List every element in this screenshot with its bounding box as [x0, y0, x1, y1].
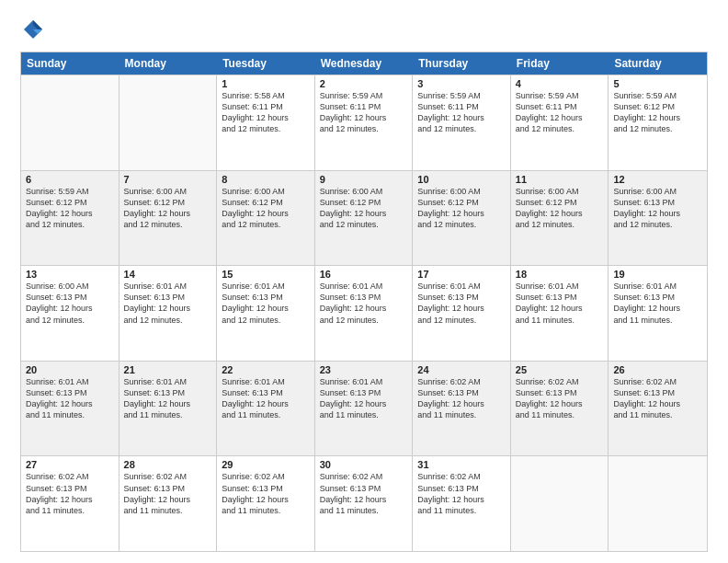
day-number: 8 — [222, 174, 310, 185]
day-cell-15: 15Sunrise: 6:01 AM Sunset: 6:13 PM Dayli… — [217, 266, 315, 361]
day-number: 25 — [516, 364, 604, 375]
logo-icon — [20, 17, 46, 42]
day-info: Sunrise: 6:01 AM Sunset: 6:13 PM Dayligh… — [613, 281, 702, 326]
day-number: 4 — [516, 78, 604, 89]
day-number: 17 — [417, 269, 506, 280]
day-info: Sunrise: 6:00 AM Sunset: 6:12 PM Dayligh… — [222, 186, 310, 231]
day-info: Sunrise: 5:59 AM Sunset: 6:12 PM Dayligh… — [26, 186, 114, 231]
day-number: 16 — [320, 269, 408, 280]
day-number: 5 — [613, 78, 702, 89]
calendar: SundayMondayTuesdayWednesdayThursdayFrid… — [20, 52, 708, 552]
day-number: 9 — [320, 174, 408, 185]
day-cell-3: 3Sunrise: 5:59 AM Sunset: 6:11 PM Daylig… — [413, 75, 511, 170]
day-number: 22 — [222, 364, 310, 375]
day-info: Sunrise: 6:02 AM Sunset: 6:13 PM Dayligh… — [26, 471, 114, 516]
day-number: 31 — [417, 459, 506, 470]
day-number: 27 — [26, 459, 114, 470]
calendar-row-3: 13Sunrise: 6:00 AM Sunset: 6:13 PM Dayli… — [21, 265, 707, 361]
day-number: 14 — [124, 269, 212, 280]
day-info: Sunrise: 6:02 AM Sunset: 6:13 PM Dayligh… — [613, 376, 702, 421]
day-number: 1 — [222, 78, 310, 89]
day-info: Sunrise: 6:00 AM Sunset: 6:12 PM Dayligh… — [417, 186, 506, 231]
day-number: 18 — [516, 269, 604, 280]
day-info: Sunrise: 6:01 AM Sunset: 6:13 PM Dayligh… — [124, 376, 212, 421]
day-info: Sunrise: 6:01 AM Sunset: 6:13 PM Dayligh… — [320, 281, 408, 326]
day-info: Sunrise: 6:01 AM Sunset: 6:13 PM Dayligh… — [516, 281, 604, 326]
day-info: Sunrise: 6:00 AM Sunset: 6:12 PM Dayligh… — [124, 186, 212, 231]
weekday-header-thursday: Thursday — [413, 52, 511, 75]
day-cell-12: 12Sunrise: 6:00 AM Sunset: 6:13 PM Dayli… — [609, 171, 707, 266]
calendar-body: 1Sunrise: 5:58 AM Sunset: 6:11 PM Daylig… — [21, 75, 707, 551]
day-number: 15 — [222, 269, 310, 280]
day-info: Sunrise: 6:02 AM Sunset: 6:13 PM Dayligh… — [222, 471, 310, 516]
day-info: Sunrise: 6:01 AM Sunset: 6:13 PM Dayligh… — [320, 376, 408, 421]
day-number: 20 — [26, 364, 114, 375]
weekday-header-wednesday: Wednesday — [315, 52, 414, 75]
day-number: 11 — [516, 174, 604, 185]
day-cell-7: 7Sunrise: 6:00 AM Sunset: 6:12 PM Daylig… — [119, 171, 218, 266]
day-info: Sunrise: 6:02 AM Sunset: 6:13 PM Dayligh… — [417, 471, 506, 516]
day-cell-9: 9Sunrise: 6:00 AM Sunset: 6:12 PM Daylig… — [315, 171, 414, 266]
day-cell-2: 2Sunrise: 5:59 AM Sunset: 6:11 PM Daylig… — [315, 75, 414, 170]
day-cell-11: 11Sunrise: 6:00 AM Sunset: 6:12 PM Dayli… — [511, 171, 609, 266]
calendar-row-4: 20Sunrise: 6:01 AM Sunset: 6:13 PM Dayli… — [21, 361, 707, 456]
day-number: 24 — [417, 364, 506, 375]
weekday-header-monday: Monday — [119, 52, 218, 75]
day-cell-27: 27Sunrise: 6:02 AM Sunset: 6:13 PM Dayli… — [21, 456, 119, 551]
day-cell-6: 6Sunrise: 5:59 AM Sunset: 6:12 PM Daylig… — [21, 171, 119, 266]
day-info: Sunrise: 6:00 AM Sunset: 6:12 PM Dayligh… — [516, 186, 604, 231]
day-info: Sunrise: 5:58 AM Sunset: 6:11 PM Dayligh… — [222, 90, 310, 135]
day-info: Sunrise: 5:59 AM Sunset: 6:12 PM Dayligh… — [613, 90, 702, 135]
day-info: Sunrise: 6:02 AM Sunset: 6:13 PM Dayligh… — [417, 376, 506, 421]
day-cell-28: 28Sunrise: 6:02 AM Sunset: 6:13 PM Dayli… — [119, 456, 218, 551]
day-cell-10: 10Sunrise: 6:00 AM Sunset: 6:12 PM Dayli… — [413, 171, 511, 266]
day-info: Sunrise: 6:01 AM Sunset: 6:13 PM Dayligh… — [124, 281, 212, 326]
day-cell-26: 26Sunrise: 6:02 AM Sunset: 6:13 PM Dayli… — [609, 362, 707, 456]
day-cell-18: 18Sunrise: 6:01 AM Sunset: 6:13 PM Dayli… — [511, 266, 609, 361]
weekday-header-tuesday: Tuesday — [217, 52, 315, 75]
calendar-row-1: 1Sunrise: 5:58 AM Sunset: 6:11 PM Daylig… — [21, 75, 707, 170]
day-number: 21 — [124, 364, 212, 375]
day-info: Sunrise: 6:00 AM Sunset: 6:13 PM Dayligh… — [26, 281, 114, 326]
day-number: 28 — [124, 459, 212, 470]
day-cell-8: 8Sunrise: 6:00 AM Sunset: 6:12 PM Daylig… — [217, 171, 315, 266]
day-cell-1: 1Sunrise: 5:58 AM Sunset: 6:11 PM Daylig… — [217, 75, 315, 170]
day-number: 10 — [417, 174, 506, 185]
empty-cell — [609, 456, 707, 551]
empty-cell — [119, 75, 218, 170]
day-cell-19: 19Sunrise: 6:01 AM Sunset: 6:13 PM Dayli… — [609, 266, 707, 361]
day-info: Sunrise: 6:01 AM Sunset: 6:13 PM Dayligh… — [417, 281, 506, 326]
empty-cell — [511, 456, 609, 551]
day-number: 19 — [613, 269, 702, 280]
calendar-header: SundayMondayTuesdayWednesdayThursdayFrid… — [21, 52, 707, 75]
day-cell-21: 21Sunrise: 6:01 AM Sunset: 6:13 PM Dayli… — [119, 362, 218, 456]
day-cell-29: 29Sunrise: 6:02 AM Sunset: 6:13 PM Dayli… — [217, 456, 315, 551]
day-number: 7 — [124, 174, 212, 185]
day-number: 26 — [613, 364, 702, 375]
day-info: Sunrise: 6:01 AM Sunset: 6:13 PM Dayligh… — [222, 281, 310, 326]
day-info: Sunrise: 6:02 AM Sunset: 6:13 PM Dayligh… — [320, 471, 408, 516]
day-number: 23 — [320, 364, 408, 375]
day-cell-24: 24Sunrise: 6:02 AM Sunset: 6:13 PM Dayli… — [413, 362, 511, 456]
day-cell-4: 4Sunrise: 5:59 AM Sunset: 6:11 PM Daylig… — [511, 75, 609, 170]
day-info: Sunrise: 6:02 AM Sunset: 6:13 PM Dayligh… — [124, 471, 212, 516]
day-cell-17: 17Sunrise: 6:01 AM Sunset: 6:13 PM Dayli… — [413, 266, 511, 361]
day-info: Sunrise: 6:00 AM Sunset: 6:12 PM Dayligh… — [320, 186, 408, 231]
day-cell-25: 25Sunrise: 6:02 AM Sunset: 6:13 PM Dayli… — [511, 362, 609, 456]
day-number: 2 — [320, 78, 408, 89]
logo — [20, 17, 50, 42]
day-number: 29 — [222, 459, 310, 470]
calendar-row-5: 27Sunrise: 6:02 AM Sunset: 6:13 PM Dayli… — [21, 455, 707, 551]
day-cell-23: 23Sunrise: 6:01 AM Sunset: 6:13 PM Dayli… — [315, 362, 414, 456]
header — [20, 17, 708, 42]
weekday-header-saturday: Saturday — [609, 52, 707, 75]
day-number: 13 — [26, 269, 114, 280]
page: SundayMondayTuesdayWednesdayThursdayFrid… — [0, 0, 728, 563]
day-cell-22: 22Sunrise: 6:01 AM Sunset: 6:13 PM Dayli… — [217, 362, 315, 456]
day-number: 6 — [26, 174, 114, 185]
day-number: 30 — [320, 459, 408, 470]
day-info: Sunrise: 6:00 AM Sunset: 6:13 PM Dayligh… — [613, 186, 702, 231]
day-cell-31: 31Sunrise: 6:02 AM Sunset: 6:13 PM Dayli… — [413, 456, 511, 551]
day-cell-14: 14Sunrise: 6:01 AM Sunset: 6:13 PM Dayli… — [119, 266, 218, 361]
day-info: Sunrise: 6:01 AM Sunset: 6:13 PM Dayligh… — [222, 376, 310, 421]
